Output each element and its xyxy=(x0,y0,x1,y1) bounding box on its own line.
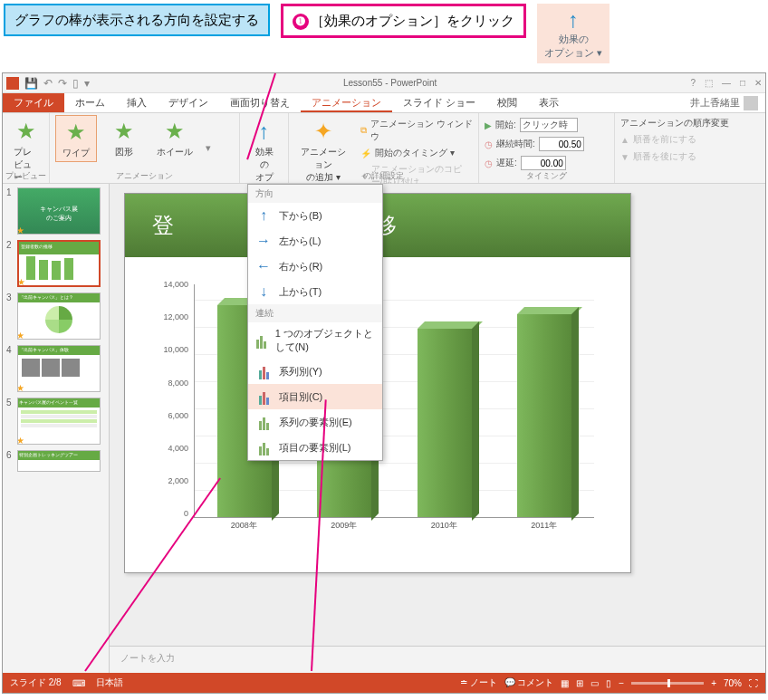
spell-check-icon[interactable]: ⌨ xyxy=(72,678,85,688)
bar-2011 xyxy=(517,314,571,517)
arrow-up-icon: ↑ xyxy=(544,7,602,33)
tab-insert[interactable]: 挿入 xyxy=(116,93,158,112)
tab-view[interactable]: 表示 xyxy=(528,93,570,112)
tab-review[interactable]: 校閲 xyxy=(486,93,528,112)
main-area: 1キャンパス展のご案内★ 2登録者数の推移★ 3「出前キャンパス」とは？★ 4「… xyxy=(3,184,765,673)
star-icon: ★ xyxy=(160,117,189,146)
dd-section-direction: 方向 xyxy=(248,185,382,203)
anim-indicator-icon: ★ xyxy=(17,277,25,287)
ribbon-tabs: ファイル ホーム 挿入 デザイン 画面切り替え アニメーション スライド ショー… xyxy=(3,93,765,113)
dd-from-left[interactable]: →左から(L) xyxy=(248,228,382,254)
zoom-out-icon[interactable]: − xyxy=(619,678,624,688)
anim-shape[interactable]: ★ 図形 xyxy=(104,115,144,160)
thumbnail-panel[interactable]: 1キャンパス展のご案内★ 2登録者数の推移★ 3「出前キャンパス」とは？★ 4「… xyxy=(3,184,110,673)
delay-input[interactable] xyxy=(521,156,566,170)
zoom-slider[interactable] xyxy=(631,682,704,685)
trigger-button[interactable]: ⚡開始のタイミング ▾ xyxy=(360,146,473,160)
notes-button[interactable]: ≐ ノート xyxy=(460,676,497,689)
star-icon: ★ xyxy=(110,117,139,146)
comments-button[interactable]: 💬 コメント xyxy=(504,676,554,689)
thumbnail-1[interactable]: キャンパス展のご案内★ xyxy=(17,187,101,235)
undo-icon[interactable]: ↶ xyxy=(43,77,53,90)
language[interactable]: 日本語 xyxy=(96,676,123,689)
dd-by-series-elem[interactable]: 系列の要素別(E) xyxy=(248,409,382,435)
barchart-icon xyxy=(255,439,272,455)
save-icon[interactable]: 💾 xyxy=(24,77,38,90)
animation-pane-button[interactable]: ⧉アニメーション ウィンドウ xyxy=(360,117,473,144)
duration-label: 継続時間: xyxy=(496,138,535,150)
anim-indicator-icon: ★ xyxy=(17,436,24,445)
group-timing: タイミング xyxy=(479,170,614,182)
chart-y-axis: 02,0004,000 6,0008,00010,000 12,00014,00… xyxy=(161,284,192,518)
notes-pane[interactable]: ノートを入力 xyxy=(110,646,765,673)
redo-icon[interactable]: ↷ xyxy=(58,77,67,90)
anim-wheel-label: ホイール xyxy=(157,146,193,158)
effect-options-badge: ↑ 効果の オプション ▾ xyxy=(537,4,610,63)
thumbnail-6[interactable]: 特別企画トレッキングツアー xyxy=(17,450,101,472)
group-animation: アニメーション xyxy=(50,170,239,182)
slideshow-view-icon[interactable]: ▯ xyxy=(606,678,611,688)
instruction-step1: ❶［効果のオプション］をクリック xyxy=(281,4,526,38)
arrow-left-icon: ← xyxy=(255,258,272,274)
pane-icon: ⧉ xyxy=(360,125,367,136)
powerpoint-window: 💾 ↶ ↷ ▯ ▾ Lesson55 - PowerPoint ? ⬚ — □ … xyxy=(2,72,766,694)
move-earlier-button[interactable]: ▲順番を前にする xyxy=(620,132,760,147)
ribbon-display-icon[interactable]: ⬚ xyxy=(705,78,713,88)
dd-from-bottom[interactable]: ↑下から(B) xyxy=(248,203,382,228)
move-later-button[interactable]: ▼順番を後にする xyxy=(620,149,760,164)
duration-input[interactable] xyxy=(539,137,584,151)
chart-x-axis: 2008年 2009年 2010年 2011年 xyxy=(194,520,594,536)
dd-by-category[interactable]: 項目別(C) xyxy=(248,384,382,409)
dd-from-top[interactable]: ↓上から(T) xyxy=(248,279,382,304)
anim-indicator-icon: ★ xyxy=(17,383,24,392)
arrow-up-icon: ↑ xyxy=(255,207,272,224)
tab-animations[interactable]: アニメーション xyxy=(301,93,392,112)
gallery-more-icon[interactable]: ▾ xyxy=(206,142,211,154)
zoom-in-icon[interactable]: + xyxy=(711,678,716,688)
barchart-icon xyxy=(255,414,272,430)
tab-file[interactable]: ファイル xyxy=(3,93,64,112)
start-select[interactable]: クリック時 xyxy=(520,118,578,132)
barchart-icon xyxy=(255,332,268,349)
anim-wipe[interactable]: ★ ワイプ xyxy=(55,115,97,162)
thumbnail-4[interactable]: 「出前キャンパス」体験★ xyxy=(17,345,101,392)
preview-star-icon: ★ xyxy=(12,117,41,146)
thumbnail-3[interactable]: 「出前キャンパス」とは？★ xyxy=(17,292,101,340)
tab-slideshow[interactable]: スライド ショー xyxy=(392,93,486,112)
maximize-icon[interactable]: □ xyxy=(740,78,745,88)
dd-from-right[interactable]: ←右から(R) xyxy=(248,254,382,279)
fit-window-icon[interactable]: ⛶ xyxy=(749,678,758,688)
minimize-icon[interactable]: — xyxy=(722,78,731,88)
close-icon[interactable]: ✕ xyxy=(754,78,762,88)
zoom-level[interactable]: 70% xyxy=(724,678,742,688)
app-icon xyxy=(6,77,19,90)
start-label: 開始: xyxy=(495,119,516,131)
delay-label: 遅延: xyxy=(496,157,517,169)
anim-wipe-label: ワイプ xyxy=(62,147,90,159)
statusbar: スライド 2/8 ⌨ 日本語 ≐ ノート 💬 コメント ▦ ⊞ ▭ ▯ − + … xyxy=(3,673,765,693)
tab-home[interactable]: ホーム xyxy=(64,93,116,112)
dd-as-one[interactable]: 1 つのオブジェクトとして(N) xyxy=(248,322,382,359)
avatar-icon xyxy=(744,96,758,110)
step-number-1: ❶ xyxy=(293,14,309,30)
reorder-label: アニメーションの順序変更 xyxy=(620,117,760,129)
down-icon: ▼ xyxy=(620,152,629,162)
barchart-icon xyxy=(255,363,272,379)
tab-design[interactable]: デザイン xyxy=(158,93,219,112)
sorter-view-icon[interactable]: ⊞ xyxy=(576,678,583,688)
dd-by-series[interactable]: 系列別(Y) xyxy=(248,359,382,384)
dd-by-category-elem[interactable]: 項目の要素別(L) xyxy=(248,435,382,460)
barchart-icon xyxy=(255,388,272,405)
thumbnail-2[interactable]: 登録者数の推移★ xyxy=(17,240,101,287)
slide-canvas[interactable]: 登 推移 02,0004,000 6,0008,00010,000 12,000… xyxy=(110,184,765,673)
reading-view-icon[interactable]: ▭ xyxy=(590,678,599,688)
help-icon[interactable]: ? xyxy=(690,78,696,88)
arrow-down-icon: ↓ xyxy=(255,283,272,300)
start-slideshow-icon[interactable]: ▯ xyxy=(72,77,79,90)
thumbnail-5[interactable]: キャンパス展のイベント一覧★ xyxy=(17,398,101,445)
star-icon: ★ xyxy=(62,118,91,147)
user-account[interactable]: 井上香緒里 xyxy=(683,93,765,112)
anim-wheel[interactable]: ★ ホイール xyxy=(151,115,198,160)
normal-view-icon[interactable]: ▦ xyxy=(561,678,569,688)
tab-transitions[interactable]: 画面切り替え xyxy=(219,93,301,112)
